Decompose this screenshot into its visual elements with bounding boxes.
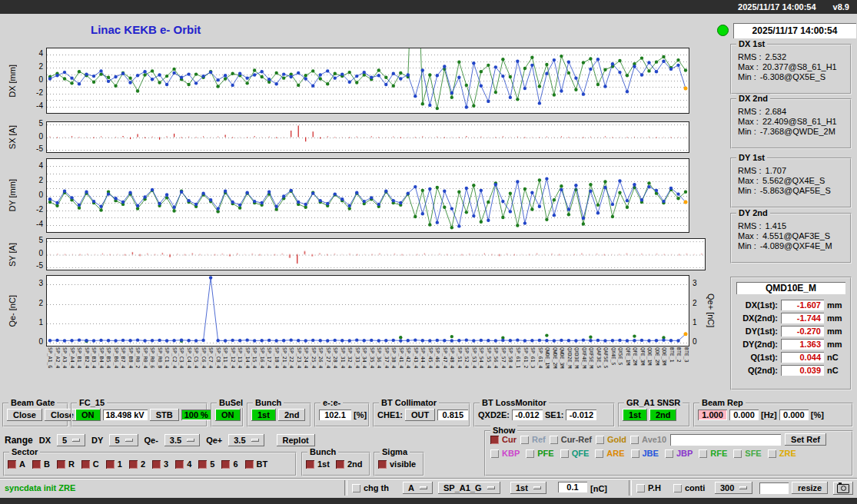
monitor-row-label: DY(2nd): xyxy=(735,340,778,349)
gr-a1-snsr-group: GR_A1 SNSR 1st 2nd xyxy=(618,403,690,427)
toggle-ref[interactable]: Ref xyxy=(520,435,546,444)
bpm-x-label: SP_28_4 xyxy=(331,347,338,390)
range-dy-select[interactable]: 5 xyxy=(109,434,138,446)
bpm-x-label: SP_B2_4 xyxy=(83,347,90,390)
range-qe-minus-label: Qe- xyxy=(144,436,158,445)
bpm-x-label: SP_38_4 xyxy=(390,347,397,390)
bpm-x-label: QXF4E_M xyxy=(580,347,587,390)
y-tick-label: 0 xyxy=(38,132,43,141)
chg-th-toggle[interactable]: chg th xyxy=(352,483,389,492)
gr-a1-1st-button[interactable]: 1st xyxy=(623,409,647,421)
toggle-4[interactable]: 4 xyxy=(175,459,191,469)
toggle-jbp[interactable]: JBP xyxy=(665,449,693,458)
bunch-2nd-button[interactable]: 2nd xyxy=(278,409,306,421)
bpm-x-label: SP_34_4 xyxy=(360,347,367,390)
bottom-strip xyxy=(0,498,857,504)
checkbox-indicator xyxy=(631,449,639,458)
bpm-x-label: SP_25_4 xyxy=(310,347,317,390)
range-dx-select[interactable]: 5 xyxy=(57,434,85,446)
toggle-ave10[interactable]: Ave10 xyxy=(630,435,666,444)
bunch-1st-button[interactable]: 1st xyxy=(251,409,276,421)
toggle-jbe[interactable]: JBE xyxy=(631,449,659,458)
che1-out-button[interactable]: OUT xyxy=(405,409,435,421)
toggle-are[interactable]: ARE xyxy=(595,449,624,458)
bpm-x-label: QAF5E_S xyxy=(602,347,609,390)
range-qe-minus-select[interactable]: 3.5 xyxy=(164,434,200,446)
bpm-x-label: BTE_1 xyxy=(668,347,675,390)
resize-button[interactable]: resize xyxy=(792,482,828,494)
conti-toggle[interactable]: conti xyxy=(673,483,705,492)
aux-input[interactable] xyxy=(759,482,789,494)
main-area: Linac KEKB e- Orbit 2025/11/17 14:00:54 … xyxy=(0,14,857,498)
monitor-row-label: Q(1st): xyxy=(735,353,778,362)
screenshot-button[interactable] xyxy=(833,482,853,495)
set-ref-button[interactable]: Set Ref xyxy=(785,433,826,446)
monitor-row-label: Q(2nd): xyxy=(735,366,778,375)
threshold-input[interactable]: 0.1 xyxy=(558,482,587,492)
bpm-x-label: SP_14_4 xyxy=(244,347,251,390)
toggle-zre[interactable]: ZRE xyxy=(768,449,796,458)
toggle-sfe[interactable]: SFE xyxy=(733,449,761,458)
checkbox-indicator xyxy=(596,436,604,444)
bunch-order-select[interactable]: 1st xyxy=(510,482,546,494)
bpm-x-label: QAF3E_S xyxy=(595,347,602,390)
toggle-rfe[interactable]: RFE xyxy=(699,449,727,458)
qxd2e-label: QXD2E: xyxy=(478,410,510,419)
checkbox-indicator xyxy=(378,460,387,469)
dx-plot-canvas xyxy=(46,48,689,114)
gr-a1-2nd-button[interactable]: 2nd xyxy=(649,409,677,421)
bpm-x-label: SP_54_4 xyxy=(477,347,484,390)
bpm-x-label: SP_22_4 xyxy=(287,347,294,390)
toggle-r[interactable]: R xyxy=(57,459,75,469)
range-label: Range xyxy=(5,435,33,446)
busel-on-button[interactable]: ON xyxy=(215,409,241,421)
toggle-c[interactable]: C xyxy=(81,459,99,469)
checkbox-label: JBP xyxy=(676,449,693,458)
toggle-cur[interactable]: Cur xyxy=(490,435,517,444)
toggle-cur-ref[interactable]: Cur-Ref xyxy=(550,435,592,444)
toggle-qfe[interactable]: QFE xyxy=(560,449,590,458)
toggle-a[interactable]: A xyxy=(8,459,25,469)
ph-toggle[interactable]: P.H xyxy=(636,483,661,492)
ref-file-input[interactable] xyxy=(670,434,781,446)
toggle-2[interactable]: 2 xyxy=(129,459,145,469)
bpm-x-label: BTE_2 xyxy=(675,347,682,390)
toggle-kbp[interactable]: KBP xyxy=(490,449,520,458)
option-menu-indicator xyxy=(487,486,495,489)
toggle-visible[interactable]: visible xyxy=(378,459,416,469)
device-select[interactable]: SP_A1_G xyxy=(438,482,500,494)
toggle-pfe[interactable]: PFE xyxy=(526,449,553,458)
option-menu-indicator xyxy=(72,439,80,442)
min-value: -5.863@QAF5E_S xyxy=(760,186,831,195)
sector-select[interactable]: A xyxy=(403,482,433,494)
checkbox-indicator xyxy=(630,436,639,444)
beam-gate-close-1-button[interactable]: Close xyxy=(7,409,42,421)
y-tick-label: -4 xyxy=(36,220,43,228)
che1-label: CHE1: xyxy=(377,410,403,419)
fc15-stb-button[interactable]: STB xyxy=(150,409,179,421)
toggle-1st[interactable]: 1st xyxy=(306,459,330,469)
toggle-2nd[interactable]: 2nd xyxy=(336,459,363,469)
max-label: Max : xyxy=(738,62,759,71)
toggle-5[interactable]: 5 xyxy=(198,459,214,469)
replot-button[interactable]: Replot xyxy=(277,434,315,446)
bpm-x-label: SP_A3_4 xyxy=(61,347,68,390)
max-value: 22.409@S8_61_H1 xyxy=(762,117,837,126)
toggle-1[interactable]: 1 xyxy=(106,459,122,469)
checkbox-indicator xyxy=(636,484,645,492)
toggle-3[interactable]: 3 xyxy=(152,459,168,469)
toggle-bt[interactable]: BT xyxy=(245,459,268,469)
sigma-toggles: visible xyxy=(378,459,416,469)
min-label: Min : xyxy=(738,72,756,81)
fc15-on-button[interactable]: ON xyxy=(75,409,101,421)
y-tick-label-right: 0 xyxy=(693,337,697,346)
option-menu-indicator xyxy=(739,486,747,489)
toggle-gold[interactable]: Gold xyxy=(596,435,626,444)
interval-select[interactable]: 300 xyxy=(715,482,752,494)
toggle-6[interactable]: 6 xyxy=(221,459,238,469)
range-qe-plus-select[interactable]: 3.5 xyxy=(228,434,264,446)
bpm-x-label: SP_A1_G xyxy=(46,347,53,390)
bunch-toggles: 1st2nd xyxy=(306,459,362,469)
option-menu-indicator xyxy=(251,439,259,442)
toggle-b[interactable]: B xyxy=(32,459,50,469)
